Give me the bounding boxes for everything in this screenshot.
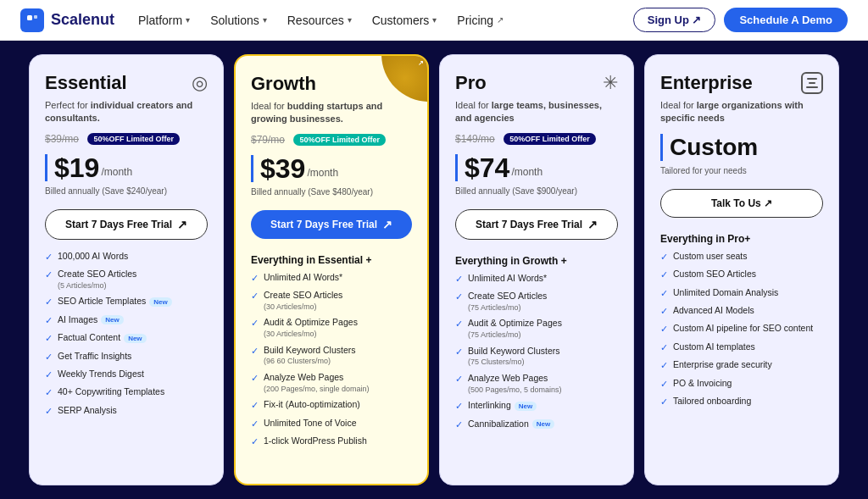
list-item: ✓Enterprise grade security xyxy=(660,358,823,372)
pro-features: ✓Unlimited AI Words* ✓Create SEO Article… xyxy=(455,272,618,431)
demo-button[interactable]: Schedule A Demo xyxy=(724,8,848,32)
pro-pricing-meta: $149/mo 50%OFF Limited Offer xyxy=(455,130,618,146)
check-icon: ✓ xyxy=(45,405,53,418)
svg-rect-1 xyxy=(34,15,37,19)
external-link-icon: ↗ xyxy=(497,15,504,25)
check-icon: ✓ xyxy=(660,323,668,335)
growth-tagline: Ideal for budding startups and growing b… xyxy=(251,100,412,126)
plan-pro: Pro ✳ Ideal for large teams, businesses,… xyxy=(439,54,634,485)
enterprise-price-row: Custom xyxy=(660,134,823,161)
check-icon: ✓ xyxy=(660,251,668,263)
essential-price-row: $19 /month xyxy=(45,154,208,181)
signup-button[interactable]: Sign Up ↗ xyxy=(633,8,716,32)
list-item: ✓CannibalizationNew xyxy=(455,418,618,431)
enterprise-billed: Tailored for your needs xyxy=(660,166,823,175)
plan-enterprise: Enterprise Ideal for large organizations… xyxy=(644,54,839,485)
enterprise-cta-button[interactable]: Talk To Us ↗ xyxy=(660,189,823,218)
growth-cta-button[interactable]: Start 7 Days Free Trial ↗ xyxy=(251,210,412,239)
essential-cta-button[interactable]: Start 7 Days Free Trial ↗ xyxy=(45,209,208,240)
essential-price-suffix: /month xyxy=(101,166,132,178)
plan-growth: ↗ Growth Ideal for budding startups and … xyxy=(234,54,429,485)
list-item: ✓40+ Copywriting Templates xyxy=(45,385,208,399)
list-item: ✓Build Keyword Clusters(96 60 Clusters/m… xyxy=(251,344,412,367)
star-icon: ✳ xyxy=(603,72,618,94)
check-icon: ✓ xyxy=(660,396,668,408)
nav-platform[interactable]: Platform ▾ xyxy=(138,14,190,27)
check-icon: ✓ xyxy=(455,419,463,431)
list-item: ✓100,000 AI Words xyxy=(45,250,208,263)
check-icon: ✓ xyxy=(455,291,463,303)
list-item: ✓AI ImagesNew xyxy=(45,313,208,327)
check-icon: ✓ xyxy=(455,373,463,385)
list-item: ✓Audit & Optimize Pages(30 Articles/mo) xyxy=(251,316,412,339)
list-item: ✓SEO Article TemplatesNew xyxy=(45,295,208,308)
list-item: ✓Get Traffic Insights xyxy=(45,350,208,363)
essential-tagline: Perfect for individual creators and cons… xyxy=(45,99,208,125)
check-icon: ✓ xyxy=(251,317,259,330)
list-item: ✓Custom AI pipeline for SEO content xyxy=(660,322,823,335)
pro-billed: Billed annually (Save $900/year) xyxy=(455,186,618,196)
pro-cta-button[interactable]: Start 7 Days Free Trial ↗ xyxy=(455,209,618,240)
chevron-down-icon: ▾ xyxy=(186,15,190,25)
check-icon: ✓ xyxy=(660,359,668,372)
check-icon: ✓ xyxy=(45,296,53,308)
check-icon: ✓ xyxy=(455,318,463,330)
plan-essential: Essential ◎ Perfect for individual creat… xyxy=(29,54,224,485)
enterprise-price: Custom xyxy=(670,134,758,161)
check-icon: ✓ xyxy=(660,378,668,391)
list-item: ✓Analyze Web Pages(500 Pages/mo, 5 domai… xyxy=(455,372,618,395)
logo-text: Scalenut xyxy=(51,11,114,29)
svg-rect-0 xyxy=(27,15,32,20)
pro-price-suffix: /month xyxy=(511,166,542,178)
arrow-icon: ↗ xyxy=(177,218,187,231)
list-item: ✓Unlimited AI Words* xyxy=(251,271,412,285)
growth-billed: Billed annually (Save $480/year) xyxy=(251,187,412,197)
check-icon: ✓ xyxy=(251,435,259,448)
list-item: ✓Create SEO Articles(75 Articles/mo) xyxy=(455,290,618,313)
navbar: Scalenut Platform ▾ Solutions ▾ Resource… xyxy=(0,0,868,41)
nav-links: Platform ▾ Solutions ▾ Resources ▾ Custo… xyxy=(138,14,609,27)
essential-features: ✓100,000 AI Words ✓Create SEO Articles(5… xyxy=(45,250,208,418)
pro-price: $74 xyxy=(465,154,509,181)
check-icon: ✓ xyxy=(455,273,463,286)
essential-icon: ◎ xyxy=(192,72,208,94)
filter-icon xyxy=(801,72,823,94)
list-item: ✓Custom user seats xyxy=(660,250,823,263)
list-item: ✓Analyze Web Pages(200 Pages/mo, single … xyxy=(251,371,412,394)
check-icon: ✓ xyxy=(455,346,463,358)
logo-icon xyxy=(20,8,44,32)
chevron-down-icon: ▾ xyxy=(348,15,352,25)
nav-pricing[interactable]: Pricing ↗ xyxy=(457,14,504,27)
list-item: ✓Fix-it (Auto-optimization) xyxy=(251,398,412,412)
growth-price-suffix: /month xyxy=(307,167,338,179)
check-icon: ✓ xyxy=(660,269,668,281)
nav-customers[interactable]: Customers ▾ xyxy=(372,14,437,27)
growth-offer-badge: 50%OFF Limited Offer xyxy=(293,134,386,146)
enterprise-tagline: Ideal for large organizations with speci… xyxy=(660,99,823,125)
nav-solutions[interactable]: Solutions ▾ xyxy=(210,14,267,27)
check-icon: ✓ xyxy=(45,314,53,327)
list-item: ✓1-click WordPress Publish xyxy=(251,435,412,448)
list-item: ✓Create SEO Articles(30 Articles/mo) xyxy=(251,289,412,312)
growth-pricing-meta: $79/mo 50%OFF Limited Offer xyxy=(251,131,412,147)
check-icon: ✓ xyxy=(251,290,259,302)
enterprise-section-title: Everything in Pro+ xyxy=(660,233,823,245)
growth-price-row: $39 /month xyxy=(251,155,412,182)
check-icon: ✓ xyxy=(455,400,463,413)
nav-resources[interactable]: Resources ▾ xyxy=(287,14,352,27)
check-icon: ✓ xyxy=(45,369,53,381)
essential-strike-price: $39/mo xyxy=(45,133,79,145)
essential-price: $19 xyxy=(54,154,99,181)
list-item: ✓Unlimited Tone of Voice xyxy=(251,417,412,430)
nav-actions: Sign Up ↗ Schedule A Demo xyxy=(633,8,848,32)
logo[interactable]: Scalenut xyxy=(20,8,114,32)
list-item: ✓Unlimited Domain Analysis xyxy=(660,286,823,300)
check-icon: ✓ xyxy=(45,332,53,345)
list-item: ✓Unlimited AI Words* xyxy=(455,272,618,286)
pro-plan-name: Pro xyxy=(455,72,487,94)
check-icon: ✓ xyxy=(660,287,668,300)
list-item: ✓Factual ContentNew xyxy=(45,331,208,345)
essential-offer-badge: 50%OFF Limited Offer xyxy=(87,133,180,145)
check-icon: ✓ xyxy=(251,399,259,412)
chevron-down-icon: ▾ xyxy=(263,15,267,25)
